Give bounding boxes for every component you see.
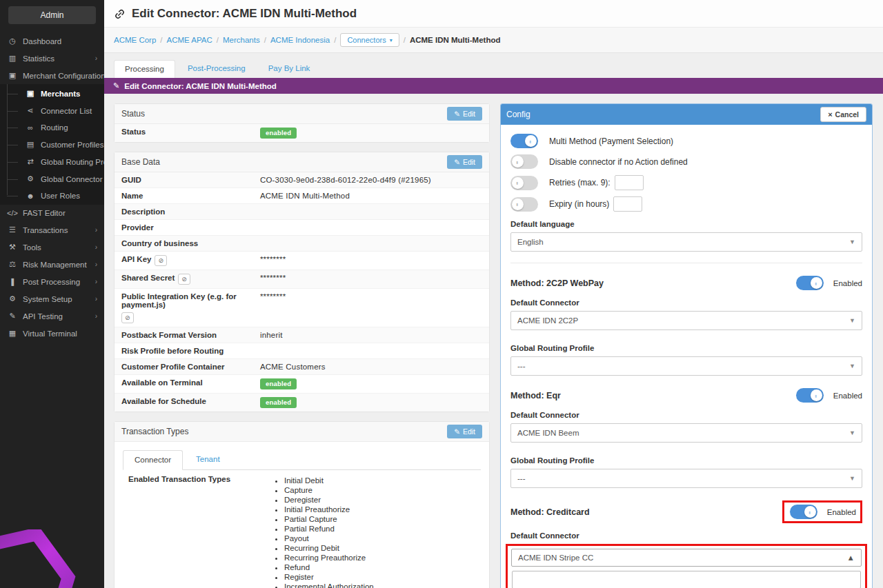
link-icon [114, 8, 126, 20]
default-connector-select[interactable]: ACME IDN Stripe CC ▲ [511, 549, 862, 567]
eye-slash-icon[interactable]: ⊘ [121, 312, 134, 323]
breadcrumb-link[interactable]: ACME Indonesia [270, 36, 330, 44]
banner-text: Edit Connector: ACME IDN Multi-Method [124, 82, 277, 90]
wrench-icon: ⚒ [7, 243, 18, 252]
row-value: ******** [253, 252, 489, 270]
sidebar-item-merchant-configuration[interactable]: ▣ Merchant Configuration ▾ [0, 67, 104, 84]
global-routing-profile-select[interactable]: --- ▼ [510, 356, 862, 376]
code-icon: </> [7, 209, 18, 217]
sidebar-item-system-setup[interactable]: ⚙ System Setup › [0, 290, 104, 307]
briefcase-icon: ▣ [25, 89, 36, 98]
toggle-knob: ▮ [512, 156, 524, 168]
status-badge: enabled [260, 378, 297, 389]
sidebar-item-transactions[interactable]: ☰ Transactions › [0, 221, 104, 239]
global-routing-profile-label: Global Routing Profile [510, 456, 862, 465]
sidebar-item-label: Virtual Terminal [23, 330, 92, 338]
sidebar-item-fast-editor[interactable]: </> FAST Editor [0, 205, 104, 221]
chevron-icon: › [95, 261, 97, 268]
toggle-value-input[interactable] [613, 196, 642, 212]
row-label: Provider ⊘ [115, 220, 253, 235]
default-language-select[interactable]: English ▼ [510, 232, 862, 252]
toggle-knob: ▮ [811, 389, 822, 401]
list-icon: ☰ [7, 225, 18, 234]
toggle-switch[interactable]: ▮ [510, 154, 538, 169]
list-item: Capture [284, 486, 481, 494]
pen-icon: ✎ [7, 312, 18, 321]
method-enabled-toggle[interactable]: ▮ [796, 276, 824, 290]
enabled-label: Enabled [833, 279, 862, 287]
method-enabled-toggle[interactable]: ▮ [790, 505, 817, 519]
default-connector-select[interactable]: ACME IDN 2C2P ▼ [510, 311, 862, 330]
page-tab[interactable]: Pay By Link [258, 60, 321, 78]
eye-slash-icon[interactable]: ⊘ [178, 274, 190, 285]
edit-icon: ✎ [454, 427, 460, 436]
sidebar-item-global-routing-profile[interactable]: ⇄ Global Routing Profile [0, 153, 104, 170]
dropdown-search-input[interactable] [512, 571, 861, 588]
sidebar-item-dashboard[interactable]: ◷ Dashboard [0, 32, 104, 50]
list-item: Initial Debit [284, 476, 481, 485]
toggle-knob: ▮ [525, 135, 537, 147]
sidebar-item-connector-list[interactable]: ⋖ Connector List [0, 102, 104, 119]
sidebar-item-tools[interactable]: ⚒ Tools › [0, 239, 104, 256]
breadcrumb-link[interactable]: Merchants [223, 36, 260, 44]
list-item: Payout [284, 534, 481, 543]
breadcrumb-link[interactable]: ACME APAC [167, 36, 212, 44]
gear-icon: ⚙ [25, 174, 36, 183]
caret-down-icon: ▼ [849, 317, 855, 324]
base-data-edit-button[interactable]: ✎ Edit [447, 155, 482, 169]
users-icon: ☻ [25, 192, 36, 200]
sidebar-item-api-testing[interactable]: ✎ API Testing › [0, 307, 104, 325]
breadcrumb-link[interactable]: ACME Corp [114, 36, 156, 44]
row-value: ******** [253, 270, 489, 288]
toggle-switch[interactable]: ▮ [510, 197, 538, 212]
sidebar-item-user-roles[interactable]: ☻ User Roles [0, 187, 104, 204]
sidebar-item-merchants[interactable]: ▣ Merchants [0, 85, 104, 102]
breadcrumb-separator: / [217, 36, 219, 44]
eye-slash-icon[interactable]: ⊘ [155, 255, 167, 266]
global-routing-profile-select[interactable]: --- ▼ [510, 469, 862, 488]
sidebar-item-label: Dashboard [23, 37, 92, 45]
row-label: Country of business ⊘ [115, 236, 253, 251]
caret-down-icon: ▼ [849, 239, 855, 245]
table-row: Shared Secret ⊘ ******** [115, 270, 489, 288]
list-item: Deregister [284, 496, 481, 504]
shuffle-icon: ⇄ [25, 157, 36, 166]
terminal-icon: ▦ [7, 329, 18, 338]
toggle-switch[interactable]: ▮ [510, 134, 538, 148]
row-value: enabled [253, 394, 489, 412]
status-edit-button[interactable]: ✎ Edit [447, 107, 482, 121]
table-row: Provider ⊘ [115, 219, 489, 235]
page-tab[interactable]: Processing [114, 60, 175, 78]
row-label: Available for Schedule ⊘ [115, 394, 253, 412]
toggle-value-input[interactable] [615, 175, 644, 190]
default-connector-select[interactable]: ACME IDN Beem ▼ [510, 423, 862, 443]
sidebar-item-virtual-terminal[interactable]: ▦ Virtual Terminal [0, 325, 104, 342]
sidebar-item-routing[interactable]: ∞ Routing [0, 119, 104, 136]
content-area: Status ✎ Edit Status enabled [104, 94, 883, 588]
config-cancel-button[interactable]: × Cancel [820, 107, 866, 122]
default-connector-label: Default Connector [510, 298, 862, 307]
chevron-icon: › [95, 243, 97, 251]
method-enabled-toggle[interactable]: ▮ [796, 388, 824, 403]
transaction-types-tab[interactable]: Connector [123, 450, 183, 470]
sidebar-item-post-processing[interactable]: ❚ Post Processing › [0, 273, 104, 290]
sidebar-item-label: Post Processing [23, 278, 90, 286]
sidebar-item-risk-management[interactable]: ⚖ Risk Management › [0, 256, 104, 273]
row-value [253, 236, 489, 251]
title-bar: Edit Connector: ACME IDN Multi-Method [104, 0, 883, 27]
default-connector-label: Default Connector [510, 411, 862, 419]
config-panel: Config × Cancel ▮ Multi Method (Payment … [500, 103, 873, 588]
breadcrumb-current: ACME IDN Multi-Method [410, 36, 501, 44]
transaction-types-tab[interactable]: Tenant [185, 450, 231, 470]
share-icon: ⋖ [25, 106, 36, 115]
sidebar-item-global-connector-settings[interactable]: ⚙ Global Connector Settings [0, 170, 104, 187]
sidebar-item-statistics[interactable]: ▥ Statistics › [0, 50, 104, 67]
breadcrumb-separator: / [404, 36, 406, 44]
method-title: Method: Eqr [510, 391, 561, 401]
sidebar-item-customer-profiles[interactable]: ▤ Customer Profiles [0, 136, 104, 153]
connectors-dropdown-button[interactable]: Connectors ▾ [340, 33, 399, 47]
transaction-types-edit-button[interactable]: ✎ Edit [447, 425, 482, 438]
admin-menu-button[interactable]: Admin [8, 6, 96, 24]
page-tab[interactable]: Post-Processing [177, 60, 256, 78]
toggle-switch[interactable]: ▮ [510, 176, 538, 190]
